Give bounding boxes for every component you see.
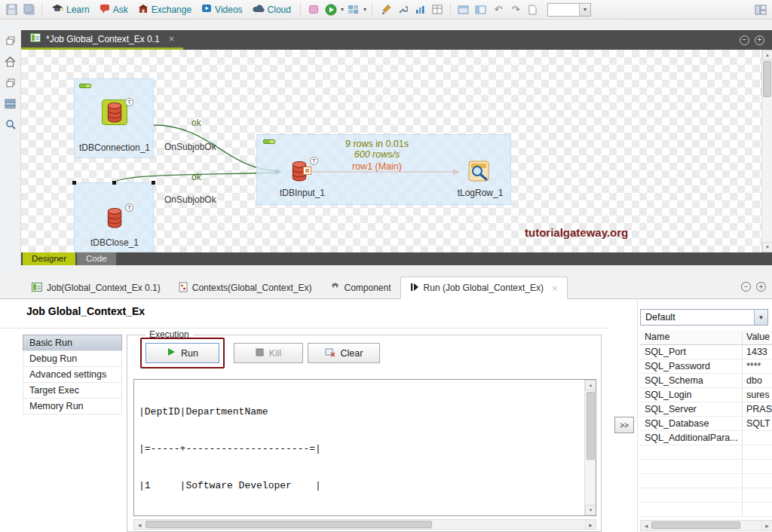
exchange-link[interactable]: Exchange — [138, 4, 191, 16]
scroll-right-icon[interactable]: ▶ — [761, 521, 772, 530]
canvas-vertical-scrollbar[interactable]: ▲ ▼ — [761, 50, 772, 252]
perspective-icon[interactable] — [753, 2, 768, 17]
table-row[interactable]: SQL_Server PRAS — [640, 402, 772, 417]
table-row[interactable]: SQL_Password **** — [640, 359, 772, 374]
redo-icon[interactable]: ↷ — [508, 2, 523, 17]
onsubjobok-label[interactable]: OnSubjobOk — [164, 142, 216, 152]
zoom-icon[interactable] — [5, 119, 16, 132]
tab-job[interactable]: Job(Global_Context_Ex 0.1) — [23, 277, 170, 298]
home-icon[interactable] — [5, 57, 16, 69]
sidebar-item-memory-run[interactable]: Memory Run — [23, 398, 122, 414]
selection-handle[interactable] — [72, 181, 76, 185]
table-row[interactable]: SQL_AdditionalPara... — [640, 431, 772, 445]
console-horizontal-scrollbar[interactable]: ◀ ▶ — [133, 519, 596, 530]
scroll-left-icon[interactable]: ◀ — [134, 520, 145, 529]
run-job-icon[interactable] — [323, 2, 339, 17]
layers-icon[interactable] — [5, 99, 16, 111]
subjob-close[interactable]: T tDBClose_1 — [74, 182, 154, 252]
scrollbar-thumb[interactable] — [651, 521, 740, 529]
subjob-connection[interactable]: T tDBConnection_1 — [74, 78, 154, 158]
empty-table-row[interactable] — [640, 488, 772, 503]
toolbar-combobox[interactable]: ▾ — [547, 3, 591, 17]
variable-name: SQL_Database — [640, 417, 743, 430]
videos-link[interactable]: Videos — [201, 4, 242, 15]
table-row[interactable]: SQL_Login sures — [640, 388, 772, 402]
scrollbar-thumb[interactable] — [763, 61, 771, 97]
design-canvas[interactable]: T tDBConnection_1 T tDBClose_1 — [21, 50, 761, 252]
sidebar-item-target-exec[interactable]: Target Exec — [23, 382, 122, 399]
selection-handle[interactable] — [152, 181, 155, 185]
close-icon[interactable]: × — [552, 283, 558, 294]
row-main-label[interactable]: row1 (Main) — [317, 161, 437, 172]
chart-icon[interactable] — [412, 2, 427, 17]
sidebar-item-advanced-settings[interactable]: Advanced settings — [23, 366, 122, 383]
tlogrow-component[interactable] — [465, 157, 492, 185]
scrollbar-thumb[interactable] — [587, 392, 595, 460]
save-all-icon[interactable] — [21, 2, 36, 17]
tdbconnection-component[interactable]: T — [101, 99, 128, 126]
cloud-link[interactable]: Cloud — [253, 5, 291, 15]
tab-code[interactable]: Code — [77, 252, 116, 265]
learn-link[interactable]: Learn — [51, 4, 90, 15]
run-button[interactable]: Run — [146, 343, 219, 363]
expand-context-button[interactable]: >> — [614, 417, 634, 433]
scroll-up-icon[interactable]: ▲ — [762, 50, 772, 60]
selection-handle[interactable] — [112, 181, 116, 185]
restore-window-icon[interactable] — [5, 78, 16, 90]
close-icon[interactable]: × — [169, 33, 175, 44]
deploy-icon[interactable] — [306, 2, 321, 17]
sidebar-item-basic-run[interactable]: Basic Run — [23, 335, 122, 351]
window-alt-icon[interactable] — [473, 2, 489, 17]
grid-dropdown-icon[interactable]: ▾ — [363, 6, 366, 13]
empty-table-row[interactable] — [640, 445, 772, 460]
chevron-down-icon[interactable]: ▼ — [754, 310, 767, 325]
table-row[interactable]: SQL_Database SQLT — [640, 417, 772, 431]
rows-count-label: 9 rows in 0.01s — [317, 139, 437, 149]
wrench-icon[interactable] — [395, 2, 410, 17]
undo-icon[interactable]: ↶ — [491, 2, 506, 17]
scroll-right-icon[interactable]: ▶ — [585, 520, 596, 529]
scroll-left-icon[interactable]: ◀ — [641, 521, 651, 530]
restore-pane-icon[interactable] — [5, 35, 16, 48]
maximize-icon[interactable]: + — [755, 35, 764, 45]
scroll-down-icon[interactable]: ▼ — [585, 505, 596, 515]
kill-button[interactable]: Kill — [234, 343, 303, 363]
context-horizontal-scrollbar[interactable]: ◀ ▶ — [640, 520, 772, 531]
job-editor-tab[interactable]: *Job Global_Context_Ex 0.1 × — [21, 30, 183, 50]
console-vertical-scrollbar[interactable]: ▲ ▼ — [584, 380, 596, 515]
maximize-icon[interactable]: + — [756, 282, 766, 292]
table-icon[interactable] — [430, 2, 445, 17]
context-select[interactable]: Default ▼ — [640, 309, 768, 326]
tdbclose-component[interactable]: T — [101, 204, 128, 231]
tab-contexts[interactable]: Contexts(Global_Context_Ex) — [170, 277, 321, 298]
ask-link[interactable]: Ask — [100, 4, 128, 16]
tab-component[interactable]: Component — [321, 277, 400, 298]
empty-table-row[interactable] — [640, 503, 772, 517]
empty-table-row[interactable] — [640, 460, 772, 474]
table-row[interactable]: SQL_Schema dbo — [640, 374, 772, 388]
sidebar-item-debug-run[interactable]: Debug Run — [23, 350, 122, 367]
save-icon[interactable] — [4, 2, 19, 17]
row-monitor-icon[interactable] — [303, 167, 311, 175]
contexts-icon — [179, 282, 188, 295]
minimize-icon[interactable]: − — [741, 282, 751, 292]
table-row[interactable]: SQL_Port 1433 — [640, 345, 772, 359]
clear-button[interactable]: Clear — [308, 343, 380, 363]
scroll-down-icon[interactable]: ▼ — [762, 242, 772, 252]
scrollbar-thumb[interactable] — [146, 521, 432, 528]
pencil-icon[interactable] — [378, 2, 393, 17]
tab-run[interactable]: Run (Job Global_Context_Ex) × — [400, 277, 568, 299]
tab-designer[interactable]: Designer — [23, 252, 75, 265]
column-header-name[interactable]: Name — [640, 330, 743, 344]
column-header-value[interactable]: Value — [743, 330, 772, 344]
empty-table-row[interactable] — [640, 474, 772, 488]
run-dropdown-icon[interactable]: ▾ — [341, 6, 344, 13]
new-page-icon[interactable] — [525, 2, 541, 17]
minimize-icon[interactable]: − — [740, 35, 749, 45]
execution-console[interactable]: |DeptID|DepartmentName |=-----+---------… — [133, 379, 596, 516]
combobox-arrow-icon[interactable]: ▾ — [579, 4, 590, 16]
window-icon[interactable] — [456, 2, 471, 17]
window-grid-icon[interactable] — [346, 2, 361, 17]
onsubjobok-label[interactable]: OnSubjobOk — [164, 194, 216, 205]
scroll-up-icon[interactable]: ▲ — [585, 380, 596, 390]
